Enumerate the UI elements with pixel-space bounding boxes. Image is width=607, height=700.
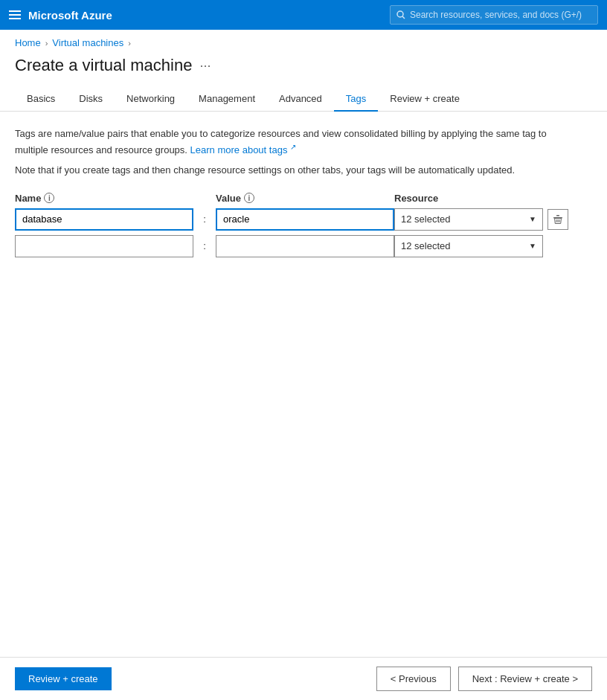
tab-advanced[interactable]: Advanced <box>267 87 334 112</box>
name-info-icon[interactable]: i <box>44 193 54 203</box>
svg-rect-6 <box>556 215 559 216</box>
name-input-2[interactable] <box>15 235 193 257</box>
global-search[interactable]: Search resources, services, and docs (G+… <box>390 5 598 25</box>
tab-tags[interactable]: Tags <box>334 87 378 112</box>
svg-rect-1 <box>9 14 21 16</box>
table-row: : 12 selected ▼ <box>15 208 565 231</box>
breadcrumb: Home › Virtual machines › <box>0 30 607 53</box>
topbar: Microsoft Azure Search resources, servic… <box>0 0 607 30</box>
svg-rect-0 <box>9 10 21 12</box>
header-value: Value i <box>216 193 394 204</box>
svg-rect-2 <box>9 18 21 19</box>
learn-more-link[interactable]: Learn more about tags ↗ <box>190 144 296 155</box>
dropdown-chevron-2: ▼ <box>529 242 536 250</box>
header-name: Name i <box>15 193 193 204</box>
resource-value-1: 12 selected <box>401 213 451 225</box>
tab-disks[interactable]: Disks <box>67 87 115 112</box>
svg-point-3 <box>397 11 403 17</box>
header-resource: Resource <box>394 193 543 204</box>
tags-table-header: Name i Value i Resource <box>15 193 565 204</box>
hamburger-icon[interactable] <box>9 9 21 21</box>
breadcrumb-home[interactable]: Home <box>15 37 41 48</box>
description-main: Tags are name/value pairs that enable yo… <box>15 126 565 157</box>
page-title: Create a virtual machine <box>15 56 192 75</box>
tab-management[interactable]: Management <box>187 87 267 112</box>
delete-row-1-button[interactable] <box>547 209 568 230</box>
tab-basics[interactable]: Basics <box>15 87 67 112</box>
app-title: Microsoft Azure <box>28 9 382 22</box>
tags-table: Name i Value i Resource : 12 selected ▼ <box>15 193 565 257</box>
tab-networking[interactable]: Networking <box>115 87 187 112</box>
svg-line-4 <box>402 16 405 19</box>
tab-bar: Basics Disks Networking Management Advan… <box>0 87 607 112</box>
page-menu-icon[interactable]: ··· <box>199 58 211 74</box>
name-input-1[interactable] <box>15 208 193 231</box>
note-text: Note that if you create tags and then ch… <box>15 163 565 178</box>
content-area: Tags are name/value pairs that enable yo… <box>0 112 580 277</box>
page-header: Create a virtual machine ··· <box>0 53 607 87</box>
external-link-icon: ↗ <box>290 143 296 151</box>
breadcrumb-sep-2: › <box>128 39 131 48</box>
breadcrumb-virtual-machines[interactable]: Virtual machines <box>52 37 123 48</box>
search-placeholder: Search resources, services, and docs (G+… <box>410 10 582 20</box>
breadcrumb-sep-1: › <box>45 39 48 48</box>
value-input-2[interactable] <box>216 235 394 257</box>
tab-review-create[interactable]: Review + create <box>378 87 472 112</box>
colon-sep-1: : <box>193 213 216 225</box>
resource-dropdown-1[interactable]: 12 selected ▼ <box>394 208 543 231</box>
dropdown-chevron-1: ▼ <box>529 215 536 223</box>
value-info-icon[interactable]: i <box>244 193 254 203</box>
colon-sep-2: : <box>193 240 216 251</box>
table-row: : 12 selected ▼ <box>15 235 565 257</box>
resource-value-2: 12 selected <box>401 240 451 251</box>
value-input-1[interactable] <box>216 208 394 231</box>
resource-dropdown-2[interactable]: 12 selected ▼ <box>394 235 543 257</box>
